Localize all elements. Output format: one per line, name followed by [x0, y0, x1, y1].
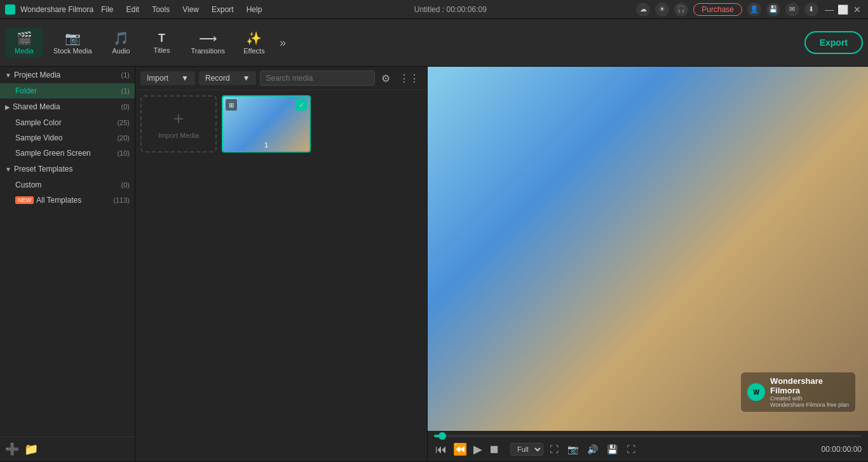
purchase-button[interactable]: Purchase — [693, 3, 742, 16]
volume-button[interactable]: 🔊 — [585, 443, 600, 456]
watermark-subdesc: Wondershare Filmora free plan — [770, 402, 849, 408]
toolbar-media[interactable]: 🎬 Media — [5, 28, 43, 57]
download-icon[interactable]: ⬇ — [804, 3, 818, 17]
play-button[interactable]: ▶ — [472, 441, 484, 458]
headphone-icon[interactable]: 🎧 — [674, 3, 688, 17]
sidebar-item-folder[interactable]: Folder (1) — [0, 83, 135, 99]
sample-video-count: (20) — [117, 134, 130, 142]
sample-video-label: Sample Video — [15, 133, 117, 142]
fit-screen-button[interactable]: ⛶ — [547, 443, 561, 456]
sample-green-label: Sample Green Screen — [15, 149, 117, 158]
record-button[interactable]: Record — [199, 71, 236, 85]
skip-back-button[interactable]: ⏮ — [434, 442, 448, 458]
export-button[interactable]: Export — [804, 31, 863, 54]
sidebar-footer: ➕ 📁 — [0, 437, 135, 461]
sidebar-project-media-header[interactable]: ▼ Project Media (1) — [0, 67, 135, 83]
menu-export[interactable]: Export — [209, 4, 236, 15]
menu-tools[interactable]: Tools — [149, 4, 172, 15]
quality-select[interactable]: Full 1/2 1/4 — [510, 443, 543, 456]
all-templates-label: All Templates — [36, 196, 113, 205]
titlebar-left: Wondershare Filmora File Edit Tools View… — [5, 4, 264, 15]
main-area: ▼ Project Media (1) Folder (1) ▶ Shared … — [0, 67, 868, 461]
thumb-grid-icon: ⊞ — [226, 99, 237, 111]
project-media-label: Project Media — [14, 71, 121, 79]
toolbar-effects-label: Effects — [243, 47, 264, 55]
menu-view[interactable]: View — [180, 4, 201, 15]
playback-controls: ⏮ ⏪ ▶ ⏹ Full 1/2 1/4 ⛶ 📷 🔊 💾 ⛶ 00:00:00:… — [434, 441, 862, 458]
folder-label: Folder — [15, 86, 121, 95]
sidebar-section-preset-templates: ▼ Preset Templates Custom (0) NEW All Te… — [0, 161, 135, 208]
sidebar-item-sample-color[interactable]: Sample Color (25) — [0, 115, 135, 130]
toolbar-stock-media[interactable]: 📷 Stock Media — [46, 28, 100, 57]
search-input[interactable] — [260, 71, 375, 86]
sidebar-section-shared-media: ▶ Shared Media (0) Sample Color (25) Sam… — [0, 99, 135, 161]
toolbar-titles[interactable]: T Titles — [143, 29, 181, 57]
toolbar: 🎬 Media 📷 Stock Media 🎵 Audio T Titles ⟶… — [0, 19, 868, 67]
save-icon[interactable]: 💾 — [766, 3, 780, 17]
toolbar-more-button[interactable]: » — [276, 34, 290, 52]
titlebar-right: ☁ ☀ 🎧 Purchase 👤 💾 ✉ ⬇ — ⬜ ✕ — [636, 3, 863, 17]
import-plus-icon: + — [173, 109, 184, 129]
import-button[interactable]: Import — [140, 71, 175, 85]
message-icon[interactable]: ✉ — [785, 3, 799, 17]
custom-count: (0) — [121, 181, 130, 189]
filter-button[interactable]: ⚙ — [379, 71, 393, 86]
preview-video: W Wondershare Filmora Created with Wonde… — [428, 67, 868, 431]
watermark-icon: W — [747, 383, 765, 401]
stock-media-icon: 📷 — [65, 31, 81, 46]
sidebar-preset-templates-header[interactable]: ▼ Preset Templates — [0, 161, 135, 177]
record-dropdown[interactable]: ▼ — [236, 71, 257, 85]
screenshot-button[interactable]: 📷 — [565, 443, 581, 456]
thumb-number: 1 — [264, 141, 268, 149]
expand-arrow-project: ▼ — [5, 72, 11, 79]
cloud-icon[interactable]: ☁ — [636, 3, 650, 17]
view-toggle-button[interactable]: ⋮⋮ — [397, 71, 422, 86]
toolbar-effects[interactable]: ✨ Effects — [235, 28, 273, 57]
toolbar-stock-media-label: Stock Media — [53, 47, 92, 55]
import-dropdown[interactable]: ▼ — [175, 71, 195, 85]
toolbar-audio-label: Audio — [112, 47, 130, 55]
media-thumbnail-1[interactable]: ⊞ ✓ 1 — [222, 95, 311, 153]
toolbar-media-label: Media — [15, 47, 34, 55]
menu-help[interactable]: Help — [244, 4, 265, 15]
menu-file[interactable]: File — [98, 4, 116, 15]
toolbar-transitions[interactable]: ⟶ Transitions — [184, 28, 233, 57]
custom-label: Custom — [15, 180, 121, 189]
import-media-cell[interactable]: + Import Media — [140, 95, 217, 153]
add-media-button[interactable]: ➕ — [5, 442, 19, 456]
preview-controls: ⏮ ⏪ ▶ ⏹ Full 1/2 1/4 ⛶ 📷 🔊 💾 ⛶ 00:00:00:… — [428, 431, 868, 461]
time-display: 00:00:00:00 — [822, 445, 862, 454]
transitions-icon: ⟶ — [199, 31, 217, 46]
sample-green-count: (10) — [117, 149, 130, 157]
sidebar-shared-media-header[interactable]: ▶ Shared Media (0) — [0, 99, 135, 115]
sidebar-item-sample-video[interactable]: Sample Video (20) — [0, 130, 135, 146]
shared-media-count: (0) — [121, 103, 130, 111]
menu-edit[interactable]: Edit — [124, 4, 142, 15]
fullscreen-button[interactable]: ⛶ — [624, 443, 638, 456]
audio-icon: 🎵 — [113, 31, 129, 46]
save-preview-button[interactable]: 💾 — [604, 443, 620, 456]
toolbar-titles-label: Titles — [154, 46, 170, 54]
app-icon — [5, 4, 15, 15]
sun-icon[interactable]: ☀ — [655, 3, 669, 17]
progress-thumb — [438, 432, 446, 440]
toolbar-audio[interactable]: 🎵 Audio — [102, 28, 140, 57]
open-folder-button[interactable]: 📁 — [24, 442, 38, 456]
step-back-button[interactable]: ⏪ — [452, 441, 468, 458]
watermark-text: Wondershare Filmora Created with Wonders… — [770, 376, 849, 408]
preview-panel: W Wondershare Filmora Created with Wonde… — [428, 67, 868, 461]
maximize-button[interactable]: ⬜ — [837, 4, 849, 15]
sidebar: ▼ Project Media (1) Folder (1) ▶ Shared … — [0, 67, 135, 461]
sidebar-item-all-templates[interactable]: NEW All Templates (113) — [0, 193, 135, 208]
sidebar-item-sample-green[interactable]: Sample Green Screen (10) — [0, 146, 135, 161]
titlebar: Wondershare Filmora File Edit Tools View… — [0, 0, 868, 19]
stop-button[interactable]: ⏹ — [487, 442, 501, 458]
close-button[interactable]: ✕ — [851, 4, 863, 15]
progress-bar[interactable] — [434, 435, 862, 437]
minimize-button[interactable]: — — [824, 4, 835, 15]
account-icon[interactable]: 👤 — [747, 3, 761, 17]
media-panel: Import ▼ Record ▼ ⚙ ⋮⋮ + Import Media ⊞ … — [135, 67, 428, 461]
media-toolbar: Import ▼ Record ▼ ⚙ ⋮⋮ — [135, 67, 427, 90]
expand-arrow-shared: ▶ — [5, 104, 10, 111]
sidebar-item-custom[interactable]: Custom (0) — [0, 177, 135, 193]
